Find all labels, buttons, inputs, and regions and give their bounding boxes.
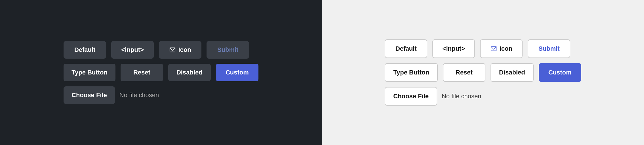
dark-row-2: Type Button Reset Disabled Custom (64, 64, 258, 81)
envelope-icon (169, 47, 176, 53)
light-no-file-label: No file chosen (442, 93, 481, 100)
light-default-button[interactable]: Default (385, 39, 427, 58)
dark-panel: Default <input> Icon Submit Type Button … (0, 0, 322, 145)
dark-typebutton-button[interactable]: Type Button (64, 64, 115, 81)
envelope-icon-light (491, 46, 497, 52)
light-choose-file-button[interactable]: Choose File (385, 87, 437, 106)
dark-no-file-label: No file chosen (119, 91, 159, 99)
light-panel: Default <input> Icon Submit Type Button … (322, 0, 644, 145)
light-row-1: Default <input> Icon Submit (385, 39, 581, 58)
light-reset-button[interactable]: Reset (443, 63, 485, 82)
light-icon-button-label: Icon (500, 45, 512, 52)
dark-icon-button[interactable]: Icon (159, 41, 201, 59)
light-input-button[interactable]: <input> (432, 39, 475, 58)
light-icon-button[interactable]: Icon (480, 39, 523, 58)
dark-button-grid: Default <input> Icon Submit Type Button … (64, 41, 258, 104)
light-typebutton-button[interactable]: Type Button (385, 63, 438, 82)
dark-row-3: Choose File No file chosen (64, 86, 258, 104)
dark-file-row: Choose File No file chosen (64, 86, 159, 104)
light-disabled-button[interactable]: Disabled (491, 63, 534, 82)
dark-default-button[interactable]: Default (64, 41, 106, 59)
light-custom-button[interactable]: Custom (539, 63, 581, 82)
dark-reset-button[interactable]: Reset (121, 64, 163, 81)
light-submit-button[interactable]: Submit (528, 39, 570, 58)
light-button-grid: Default <input> Icon Submit Type Button … (385, 39, 581, 106)
dark-choose-file-button[interactable]: Choose File (64, 86, 115, 104)
dark-row-1: Default <input> Icon Submit (64, 41, 258, 59)
dark-disabled-button[interactable]: Disabled (168, 64, 211, 81)
dark-custom-button[interactable]: Custom (216, 64, 258, 81)
light-row-3: Choose File No file chosen (385, 87, 581, 106)
light-row-2: Type Button Reset Disabled Custom (385, 63, 581, 82)
dark-icon-button-label: Icon (178, 46, 191, 54)
light-file-row: Choose File No file chosen (385, 87, 481, 106)
dark-input-button[interactable]: <input> (111, 41, 154, 59)
dark-submit-button[interactable]: Submit (207, 41, 249, 59)
